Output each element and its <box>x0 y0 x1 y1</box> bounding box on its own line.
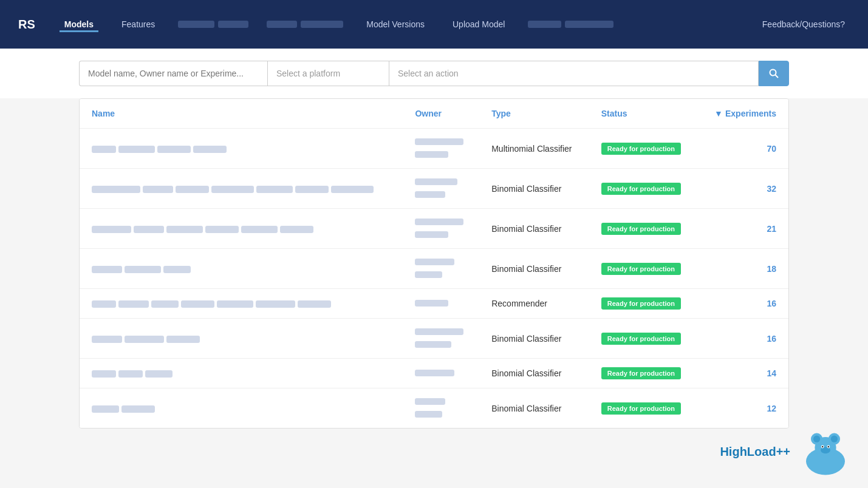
table-row: Binomial ClassifierReady for production1… <box>80 249 788 289</box>
cell-name[interactable] <box>80 319 403 359</box>
cell-name[interactable] <box>80 249 403 289</box>
cell-owner <box>403 289 479 319</box>
cell-experiments[interactable]: 70 <box>698 129 788 169</box>
table-row: Binomial ClassifierReady for production3… <box>80 169 788 209</box>
table-row: Multinomial ClassifierReady for producti… <box>80 129 788 169</box>
watermark-text: HighLoad++ <box>720 445 790 459</box>
cell-type: Binomial Classifier <box>479 249 589 289</box>
cell-name[interactable] <box>80 169 403 209</box>
col-header-experiments[interactable]: ▼Experiments <box>698 99 788 129</box>
col-header-owner[interactable]: Owner <box>403 99 479 129</box>
nav-item-model-versions[interactable]: Model Versions <box>361 16 429 32</box>
cell-owner <box>403 388 479 429</box>
cell-experiments[interactable]: 16 <box>698 289 788 319</box>
cell-type: Binomial Classifier <box>479 388 589 429</box>
cell-name[interactable] <box>80 209 403 249</box>
cell-owner <box>403 169 479 209</box>
nav-blurred-2 <box>267 21 343 28</box>
cell-experiments[interactable]: 16 <box>698 319 788 359</box>
cell-type: Binomial Classifier <box>479 169 589 209</box>
cell-status: Ready for production <box>589 249 698 289</box>
cell-status: Ready for production <box>589 319 698 359</box>
nav-item-models[interactable]: Models <box>60 16 98 32</box>
platform-select[interactable]: Select a platform <box>267 61 389 86</box>
status-badge: Ready for production <box>601 263 681 275</box>
cell-status: Ready for production <box>589 289 698 319</box>
table-row: Binomial ClassifierReady for production1… <box>80 388 788 429</box>
models-table: Name Owner Type Status ▼Experiments Mult… <box>80 99 788 428</box>
cell-experiments[interactable]: 14 <box>698 359 788 388</box>
svg-point-0 <box>770 70 776 76</box>
svg-line-1 <box>776 75 779 78</box>
status-badge: Ready for production <box>601 143 681 155</box>
status-badge: Ready for production <box>601 402 681 415</box>
table-row: RecommenderReady for production16 <box>80 289 788 319</box>
navbar: RS Models Features Model Versions Upload… <box>0 0 868 49</box>
action-select[interactable]: Select an action <box>389 61 759 86</box>
cell-type: Binomial Classifier <box>479 359 589 388</box>
cell-owner <box>403 209 479 249</box>
status-badge: Ready for production <box>601 297 681 310</box>
cell-name[interactable] <box>80 129 403 169</box>
cell-status: Ready for production <box>589 129 698 169</box>
cell-name[interactable] <box>80 388 403 429</box>
nav-logo: RS <box>18 18 35 32</box>
col-header-type[interactable]: Type <box>479 99 589 129</box>
cell-status: Ready for production <box>589 209 698 249</box>
cell-owner <box>403 129 479 169</box>
table-row: Binomial ClassifierReady for production2… <box>80 209 788 249</box>
search-bar: Select a platform Select an action <box>0 49 868 98</box>
cell-name[interactable] <box>80 359 403 388</box>
cell-experiments[interactable]: 12 <box>698 388 788 429</box>
svg-point-12 <box>828 446 829 447</box>
col-header-status[interactable]: Status <box>589 99 698 129</box>
col-header-name[interactable]: Name <box>80 99 403 129</box>
cell-type: Recommender <box>479 289 589 319</box>
table-header-row: Name Owner Type Status ▼Experiments <box>80 99 788 129</box>
nav-blurred-3 <box>528 21 613 28</box>
cell-experiments[interactable]: 21 <box>698 209 788 249</box>
nav-item-upload-model[interactable]: Upload Model <box>448 16 510 32</box>
cell-owner <box>403 319 479 359</box>
cell-status: Ready for production <box>589 388 698 429</box>
models-table-container: Name Owner Type Status ▼Experiments Mult… <box>79 98 789 429</box>
watermark: HighLoad++ <box>720 427 856 476</box>
cell-owner <box>403 359 479 388</box>
search-input[interactable] <box>79 61 267 86</box>
cell-status: Ready for production <box>589 359 698 388</box>
cell-experiments[interactable]: 18 <box>698 249 788 289</box>
nav-item-features[interactable]: Features <box>117 16 160 32</box>
cell-owner <box>403 249 479 289</box>
table-row: Binomial ClassifierReady for production1… <box>80 359 788 388</box>
search-button[interactable] <box>759 61 789 86</box>
status-badge: Ready for production <box>601 367 681 379</box>
cell-status: Ready for production <box>589 169 698 209</box>
sort-arrow-icon: ▼ <box>714 109 723 118</box>
cell-type: Multinomial Classifier <box>479 129 589 169</box>
cell-experiments[interactable]: 32 <box>698 169 788 209</box>
nav-blurred-1 <box>178 21 248 28</box>
nav-item-feedback[interactable]: Feedback/Questions? <box>757 16 850 32</box>
search-icon <box>769 69 779 78</box>
cell-type: Binomial Classifier <box>479 319 589 359</box>
status-badge: Ready for production <box>601 223 681 235</box>
cell-type: Binomial Classifier <box>479 209 589 249</box>
table-row: Binomial ClassifierReady for production1… <box>80 319 788 359</box>
bear-icon <box>795 427 856 476</box>
cell-name[interactable] <box>80 289 403 319</box>
status-badge: Ready for production <box>601 183 681 195</box>
svg-point-6 <box>813 436 820 442</box>
status-badge: Ready for production <box>601 333 681 345</box>
svg-point-11 <box>822 446 823 447</box>
svg-point-7 <box>831 436 838 442</box>
